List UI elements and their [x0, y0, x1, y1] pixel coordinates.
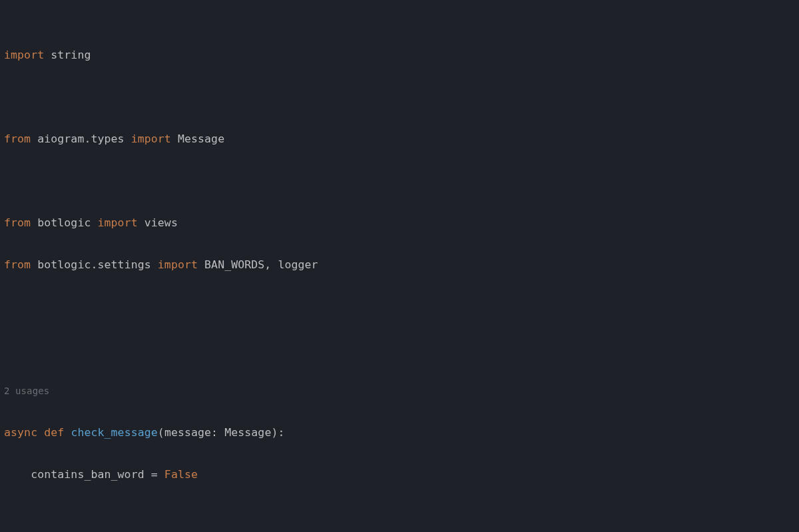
code-line[interactable]: import string	[0, 45, 799, 66]
symbol: Message	[178, 133, 224, 145]
punct: ):	[271, 426, 284, 439]
usages-hint[interactable]: 2 usages	[0, 380, 799, 401]
keyword: import	[158, 258, 198, 271]
punct: (	[158, 426, 164, 439]
symbol: BAN_WORDS, logger	[204, 258, 318, 271]
code-line[interactable]: from aiogram.types import Message	[0, 129, 799, 150]
usages-text: 2 usages	[4, 386, 49, 396]
keyword: def	[44, 426, 64, 439]
params: message: Message	[164, 426, 272, 439]
keyword: from	[4, 258, 31, 271]
keyword: import	[4, 49, 44, 61]
keyword: from	[4, 216, 31, 229]
code-line[interactable]: contains_ban_word = False	[0, 464, 799, 485]
code-editor[interactable]: import string from aiogram.types import …	[0, 0, 799, 532]
module: string	[51, 49, 91, 61]
code-line[interactable]: async def check_message(message: Message…	[0, 422, 799, 443]
code-line[interactable]	[0, 87, 799, 108]
keyword: async	[4, 426, 37, 439]
keyword: import	[98, 216, 138, 229]
const: False	[164, 468, 198, 481]
module: botlogic	[37, 216, 91, 229]
code-line[interactable]	[0, 296, 799, 318]
code-line[interactable]: from botlogic import views	[0, 212, 799, 234]
var: contains_ban_word	[31, 468, 144, 481]
code-line[interactable]	[0, 338, 799, 360]
module: aiogram.types	[37, 133, 124, 145]
code-line[interactable]: from botlogic.settings import BAN_WORDS,…	[0, 254, 799, 276]
op: =	[151, 468, 158, 481]
code-line[interactable]	[0, 170, 799, 192]
module: botlogic.settings	[37, 258, 151, 271]
code-line[interactable]	[0, 506, 799, 527]
symbol: views	[144, 216, 178, 229]
keyword: from	[4, 133, 31, 145]
function-def: check_message	[71, 426, 157, 439]
keyword: import	[131, 133, 171, 145]
